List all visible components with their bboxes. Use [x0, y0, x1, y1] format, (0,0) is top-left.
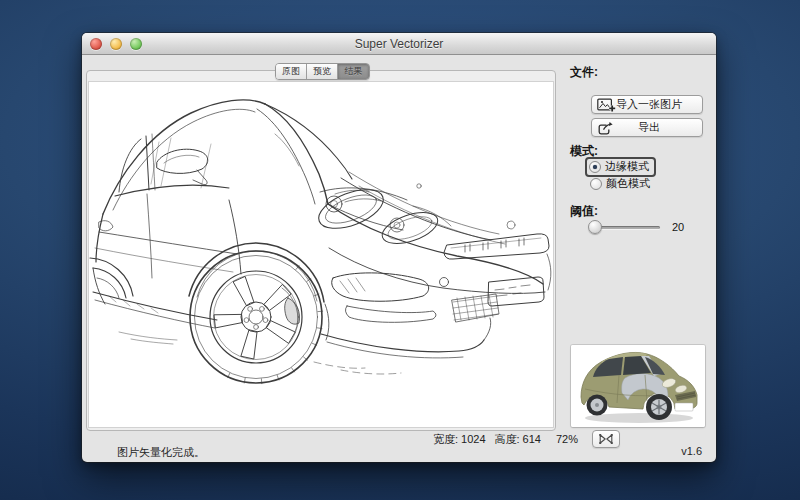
radio-selected-icon	[589, 161, 601, 173]
file-section-label: 文件:	[570, 64, 598, 81]
zoom-to-fit-button[interactable]	[592, 430, 620, 448]
original-image-thumbnail	[571, 345, 705, 427]
tab-preview[interactable]: 预览	[307, 64, 338, 79]
vectorized-car-drawing	[89, 82, 553, 427]
edge-mode-label: 边缘模式	[605, 159, 649, 174]
zoom-percent: 72%	[556, 433, 578, 445]
threshold-section-label: 阈值:	[570, 203, 598, 220]
height-label: 高度:	[495, 432, 520, 447]
result-canvas	[89, 82, 553, 427]
height-value: 614	[523, 433, 541, 445]
zoom-to-fit-icon	[599, 434, 613, 444]
tab-result[interactable]: 结果	[338, 64, 369, 79]
version-label: v1.6	[681, 445, 702, 457]
threshold-slider-track[interactable]	[594, 226, 660, 229]
radio-unselected-icon	[590, 178, 602, 190]
export-button[interactable]: 导出	[591, 118, 703, 137]
window-title: Super Vectorizer	[82, 33, 716, 55]
share-arrow-icon	[597, 121, 613, 138]
view-tab-bar: 原图 预览 结果	[275, 63, 370, 80]
threshold-slider-thumb[interactable]	[588, 220, 602, 234]
tab-original[interactable]: 原图	[276, 64, 307, 79]
app-window: Super Vectorizer 原图 预览 结果	[82, 33, 716, 462]
picture-plus-icon	[597, 98, 616, 115]
title-bar[interactable]: Super Vectorizer	[82, 33, 716, 55]
width-value: 1024	[461, 433, 485, 445]
status-bar: 图片矢量化完成。 v1.6	[82, 443, 716, 462]
import-image-button[interactable]: 导入一张图片	[591, 95, 703, 114]
color-mode-label: 颜色模式	[606, 176, 650, 191]
edge-mode-radio[interactable]: 边缘模式	[585, 157, 656, 177]
color-mode-radio[interactable]: 颜色模式	[590, 176, 650, 191]
threshold-slider-row: 20	[594, 221, 684, 233]
desktop-background: Super Vectorizer 原图 预览 结果	[0, 0, 800, 500]
original-car-photo	[571, 345, 705, 427]
status-message: 图片矢量化完成。	[117, 445, 205, 460]
width-label: 宽度:	[433, 432, 458, 447]
threshold-value: 20	[672, 221, 684, 233]
image-info-bar: 宽度: 1024 高度: 614 72%	[433, 430, 620, 448]
